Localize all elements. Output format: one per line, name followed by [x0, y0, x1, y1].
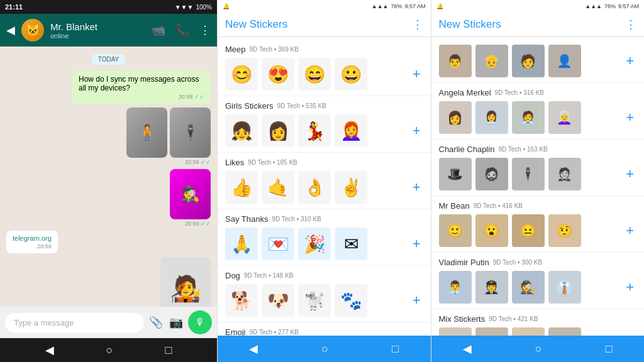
- read-receipt: ✓✓: [201, 159, 211, 165]
- message-text: How do I sync my messages across all my …: [79, 75, 199, 92]
- sticker-time: 20:59 ✓✓: [126, 159, 211, 165]
- sticker-thumb: 😄: [298, 58, 331, 90]
- sticker-pack: Dog 9D Tech • 148 KB 🐕 🐶 🐩 🐾 +: [218, 266, 431, 322]
- sticker-nav-bar: ◀ ○ □: [431, 336, 645, 362]
- pack-content: 👍 🤙 👌 ✌ +: [225, 171, 423, 204]
- pack-meta: 9D Tech • 369 KB: [250, 46, 299, 53]
- pack-header: Angela Merkel 9D Tech • 316 KB: [439, 88, 637, 97]
- status-right: ▲▲▲ 76% 9:57 AM: [372, 3, 426, 9]
- add-pack-button[interactable]: +: [623, 279, 636, 295]
- camera-icon[interactable]: 📷: [169, 315, 183, 329]
- sticker-thumb: 🕵️: [512, 271, 545, 304]
- back-button[interactable]: ◀: [6, 23, 15, 37]
- sticker-thumb: 🎩: [439, 158, 472, 190]
- nav-recents-icon[interactable]: □: [392, 343, 399, 356]
- nav-home-icon[interactable]: ○: [321, 343, 328, 356]
- sticker-thumb: 😮: [475, 214, 508, 247]
- pack-name: Likes: [225, 158, 244, 167]
- sticker-pack: Charlie Chaplin 9D Tech • 163 KB 🎩 🧔 🕴 🤵…: [431, 140, 645, 196]
- input-placeholder: Type a message: [14, 318, 74, 327]
- app-title: New Stickers: [225, 18, 287, 31]
- sticker-group: 🧍 🕴: [126, 107, 211, 158]
- sticker-panel-2: 🔔 ▲▲▲ 76% 9:57 AM New Stickers ⋮ 👨 👴 🧑 👤…: [431, 0, 645, 362]
- status-bar: 🔔 ▲▲▲ 76% 9:57 AM: [218, 0, 431, 13]
- alarm-icon: 🔔: [436, 3, 443, 9]
- sticker-nav-bar: ◀ ○ □: [218, 336, 431, 362]
- sticker-thumb: 🧑‍✈️: [475, 271, 508, 304]
- pack-content: 👨‍💼 🧑‍✈️ 🕵️ 👔 +: [439, 271, 637, 304]
- sticker-thumb: 😍: [262, 58, 294, 90]
- nav-back-icon[interactable]: ◀: [45, 343, 54, 357]
- sticker-thumb: 🧑: [475, 327, 508, 336]
- chat-status-bar: 21:11 ▼▼▼ 100%: [0, 0, 217, 14]
- pack-meta: 9D Tech • 277 KB: [250, 329, 299, 336]
- add-pack-button[interactable]: +: [410, 292, 423, 309]
- add-pack-button[interactable]: +: [410, 179, 423, 195]
- app-header: New Stickers ⋮: [431, 13, 645, 37]
- sticker-time: 20:59 ✓✓: [170, 221, 211, 227]
- sticker-pack: Girls Stickers 9D Tech • 535 KB 👧 👩 💃 👩‍…: [218, 96, 431, 153]
- sticker-thumb: 🧔: [475, 158, 508, 190]
- nav-home-icon[interactable]: ○: [535, 343, 542, 356]
- clock-time: 9:57 AM: [404, 3, 425, 9]
- app-header: New Stickers ⋮: [218, 13, 431, 37]
- attach-icon[interactable]: 📎: [149, 315, 163, 329]
- pack-meta: 9D Tech • 148 KB: [244, 272, 293, 279]
- add-pack-button[interactable]: +: [410, 236, 423, 252]
- signal-icon: ▼▼▼: [175, 4, 194, 11]
- sticker-thumb: ✉: [335, 228, 367, 260]
- sticker-item: 🕴: [170, 107, 211, 158]
- add-pack-button[interactable]: +: [410, 123, 423, 139]
- sticker-thumb: 🤵: [548, 158, 581, 190]
- add-pack-button[interactable]: +: [410, 66, 423, 82]
- sticker-pack: Emoji 9D Tech • 277 KB 🤪 😍 😜 😢 +: [218, 322, 431, 336]
- sticker-thumb: 🙏: [225, 228, 258, 260]
- status-left: 🔔: [223, 3, 230, 9]
- app-menu-icon[interactable]: ⋮: [625, 18, 636, 31]
- pack-header: Emoji 9D Tech • 277 KB: [225, 327, 423, 336]
- link-message: telegram.org 20:59: [6, 231, 58, 253]
- pack-content: 😊 😍 😄 😀 +: [225, 58, 423, 90]
- message-time: 20:59: [13, 243, 52, 250]
- chat-status-icons: ▼▼▼ 100%: [175, 4, 212, 11]
- sticker-face-message: 🧑‍🎤 21:04: [160, 257, 211, 307]
- read-receipt: ✓✓: [194, 94, 204, 100]
- nav-recents-icon[interactable]: □: [606, 343, 613, 356]
- sticker-thumb: 🐩: [298, 284, 331, 317]
- sticker-thumb: 🤙: [262, 171, 294, 204]
- add-pack-button[interactable]: +: [623, 109, 636, 126]
- sticker-thumb: 👤: [548, 45, 581, 77]
- sticker-thumb: 👩‍💼: [475, 101, 508, 134]
- pack-header: Dog 9D Tech • 148 KB: [225, 271, 423, 280]
- sticker-thumb: 👨: [439, 45, 472, 77]
- chat-header: ◀ 🐱 Mr. Blanket online 📹 📞 ⋮: [0, 14, 217, 47]
- pack-header: Charlie Chaplin 9D Tech • 163 KB: [439, 145, 637, 154]
- add-pack-button[interactable]: +: [623, 53, 636, 69]
- link-text[interactable]: telegram.org: [13, 234, 52, 242]
- pack-header: Mix Stickerts 9D Tech • 421 KB: [439, 314, 637, 324]
- pack-name: Girls Stickers: [225, 101, 274, 111]
- nav-back-icon[interactable]: ◀: [463, 342, 472, 356]
- pack-name: Vladimir Putin: [439, 258, 489, 267]
- more-options-icon[interactable]: ⋮: [199, 23, 211, 37]
- pack-meta: 9D Tech • 185 KB: [248, 159, 297, 166]
- video-call-icon[interactable]: 📹: [152, 23, 165, 37]
- pack-content: 👨 👴 🧑 👤 +: [439, 45, 637, 77]
- sticker-message-right: 🕵 20:59 ✓✓: [170, 169, 211, 227]
- input-icons: 📎 📷: [149, 315, 183, 329]
- add-pack-button[interactable]: +: [623, 166, 636, 182]
- add-pack-button[interactable]: +: [623, 222, 636, 239]
- voice-call-icon[interactable]: 📞: [175, 23, 189, 37]
- mic-button[interactable]: 🎙: [188, 310, 212, 334]
- sticker-thumb: 🕴: [512, 158, 545, 190]
- nav-home-icon[interactable]: ○: [106, 344, 113, 357]
- pack-header: Mr Bean 9D Tech • 416 KB: [439, 201, 637, 211]
- clock-time: 9:57 AM: [618, 3, 639, 9]
- sticker-pack-list: Meep 9D Tech • 369 KB 😊 😍 😄 😀 + Girls St…: [218, 37, 431, 336]
- message-input-box[interactable]: Type a message: [5, 313, 144, 332]
- app-menu-icon[interactable]: ⋮: [412, 18, 423, 31]
- nav-back-icon[interactable]: ◀: [249, 342, 258, 356]
- pack-header: Meep 9D Tech • 369 KB: [225, 45, 423, 54]
- nav-recents-icon[interactable]: □: [165, 344, 172, 357]
- pack-header: Say Thanks 9D Tech • 310 KB: [225, 214, 423, 224]
